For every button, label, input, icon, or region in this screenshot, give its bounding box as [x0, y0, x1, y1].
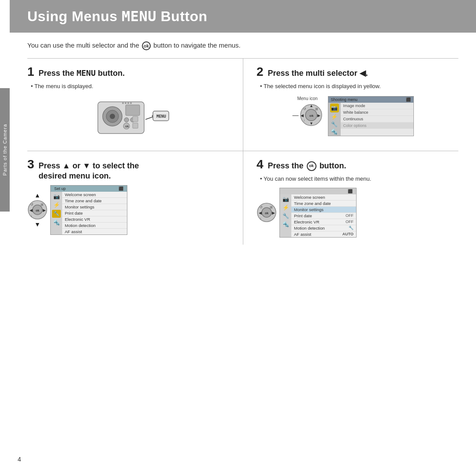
page-number: 4 — [18, 456, 21, 463]
step3-selector-dial: ok ◀ ▶ ↺ ⊞ ↓ — [27, 200, 48, 220]
step-3-header: 3 Press ▲ or ▼ to select thedesired menu… — [27, 158, 234, 182]
s4-row-evr: Electronic VR OFF — [291, 219, 356, 225]
wrench-icon-col-s4: 🔩 — [283, 220, 289, 228]
svg-text:◀: ◀ — [301, 113, 304, 118]
wrench-icon: 🔩 — [331, 129, 338, 135]
menu-item-image-mode: Image mode — [341, 103, 413, 109]
svg-text:↓: ↓ — [303, 118, 305, 122]
setup-row-evr: Electronic VR — [62, 216, 127, 223]
svg-text:⊞: ⊞ — [315, 107, 318, 111]
step-3-number: 3 — [27, 158, 34, 171]
settings-icon-highlighted: 🔧 — [52, 210, 61, 218]
step-4-title: Press the ok button. — [268, 161, 346, 171]
main-content: You can use the multi selector and the o… — [10, 33, 476, 253]
step-2-bullet: The selected menu icon is displayed in y… — [260, 82, 450, 91]
shooting-menu-screen: Shooting menu ⬛ 📷 ⚡ 🔧 🔩 Imag — [328, 96, 414, 136]
s4-row-welcome: Welcome screen — [291, 194, 356, 201]
svg-text:↺: ↺ — [260, 205, 263, 209]
svg-point-5 — [124, 118, 129, 122]
svg-text:↓: ↓ — [30, 214, 32, 218]
step-3-diagram: ▲ ok ◀ ▶ ↺ ⊞ ↓ — [27, 185, 234, 235]
step-1-bullet: The menu is displayed. — [31, 82, 234, 91]
s4-row-motion: Motion detection 🔧 — [291, 225, 356, 231]
step-1-number: 1 — [27, 66, 34, 78]
svg-text:↓: ↓ — [260, 216, 261, 220]
svg-point-9 — [122, 102, 124, 104]
step-2-number: 2 — [257, 66, 264, 78]
s4-row-timezone: Time zone and date — [291, 201, 356, 207]
svg-rect-4 — [126, 105, 140, 115]
step-4-diagram: ▲ ok ◀ ▶ ↺ ⊞ ↓ — [257, 188, 450, 238]
side-tab-label: Parts of the Camera — [2, 124, 7, 175]
svg-point-12 — [130, 102, 132, 104]
svg-text:◀: ◀ — [259, 211, 262, 215]
step-3: 3 Press ▲ or ▼ to select thedesired menu… — [27, 151, 243, 245]
setup-row-timezone: Time zone and date — [62, 198, 127, 204]
menu-header: Shooting menu ⬛ — [328, 97, 413, 103]
svg-text:⊞: ⊞ — [270, 205, 273, 209]
step-4: 4 Press the ok button. You can now selec… — [243, 151, 458, 245]
flash-icon-col: ⚡ — [53, 201, 60, 209]
step-2: 2 Press the multi selector ◀. The select… — [243, 58, 458, 151]
step-2-diagram: Menu icon — ok — [257, 96, 450, 136]
setup-menu-step4: ⬛ 📷 ⚡ 🔧 🔩 Welcome screen — [279, 188, 357, 238]
flash-icon-col-s4: ⚡ — [283, 204, 289, 212]
setup-row-print: Print date — [62, 210, 127, 216]
setup-header-step3: Set up ⬛ — [51, 186, 127, 192]
step4-controller: ▲ ok ◀ ▶ ↺ ⊞ ↓ — [257, 194, 277, 231]
step4-selector-dial: ok ◀ ▶ ↺ ⊞ ↓ — [257, 202, 277, 223]
step-3-title: Press ▲ or ▼ to select thedesired menu i… — [39, 161, 139, 182]
settings-icon: 🔧 — [331, 121, 338, 127]
step-4-number: 4 — [257, 158, 264, 171]
svg-text:▼: ▼ — [309, 121, 313, 126]
svg-text:▶: ▶ — [43, 208, 46, 212]
svg-text:MENU: MENU — [156, 114, 166, 119]
svg-text:▶: ▶ — [317, 113, 320, 118]
step-1: 1 Press the MENU button. The menu is dis… — [27, 58, 243, 151]
svg-rect-13 — [133, 116, 138, 122]
menu-body: 📷 ⚡ 🔧 🔩 Image mode White balance Continu… — [328, 103, 413, 136]
setup-menu-step3: Set up ⬛ 📷 ⚡ 🔧 🔩 Welco — [50, 185, 127, 235]
menu-item-color-options: Color options — [341, 123, 413, 129]
svg-text:↺: ↺ — [30, 203, 33, 207]
setup-header-step4: ⬛ — [280, 188, 356, 194]
settings-icon-col-s4: 🔧 — [283, 212, 289, 220]
step-4-header: 4 Press the ok button. — [257, 158, 450, 171]
setup-row-af: AF assist — [62, 229, 127, 234]
svg-text:⊞: ⊞ — [41, 203, 44, 207]
camera-icon-col-s4: 📷 — [283, 195, 289, 203]
flash-icon: ⚡ — [331, 114, 338, 120]
svg-text:▲: ▲ — [309, 104, 313, 108]
up-arrow: ▲ — [34, 192, 41, 199]
svg-text:ok: ok — [36, 209, 39, 212]
step-1-title: Press the MENU button. — [39, 68, 125, 78]
svg-text:▶: ▶ — [272, 211, 275, 215]
menu-icon-label: Menu icon — [297, 96, 317, 101]
menu-item-continuous: Continuous — [341, 116, 413, 123]
svg-text:◀: ◀ — [30, 208, 33, 212]
step-2-header: 2 Press the multi selector ◀. — [257, 66, 450, 78]
step-4-bullet: You can now select items within the menu… — [260, 175, 450, 183]
svg-rect-14 — [133, 123, 138, 128]
side-tab: Parts of the Camera — [0, 88, 10, 212]
step-2-title: Press the multi selector ◀. — [268, 68, 368, 78]
step-1-diagram: ok MENU — [27, 95, 234, 144]
svg-point-3 — [110, 114, 115, 119]
page-title: Using Menus MENU Button — [27, 8, 458, 25]
s4-row-print: Print date OFF — [291, 213, 356, 219]
camera-illustration: ok MENU — [91, 95, 171, 144]
step3-controller: ▲ ok ◀ ▶ ↺ ⊞ ↓ — [27, 192, 48, 228]
camera-icon-col: 📷 — [53, 193, 60, 201]
down-arrow: ▼ — [34, 221, 41, 228]
setup-row-monitor: Monitor settings — [62, 204, 127, 210]
svg-point-11 — [127, 102, 129, 104]
step-1-header: 1 Press the MENU button. — [27, 66, 234, 78]
camera-icon-highlighted: 📷 — [330, 104, 339, 112]
setup-row-welcome: Welcome screen — [62, 192, 127, 198]
wrench-icon-col: 🔩 — [53, 219, 60, 227]
steps-grid: 1 Press the MENU button. The menu is dis… — [27, 58, 458, 245]
setup-row-motion: Motion detection — [62, 223, 127, 229]
menu-item-white-balance: White balance — [341, 109, 413, 116]
intro-paragraph: You can use the multi selector and the o… — [27, 41, 458, 50]
multi-selector-step2: ok ▲ ▼ ◀ ▶ ↺ ⊞ ↓ — [300, 104, 323, 126]
